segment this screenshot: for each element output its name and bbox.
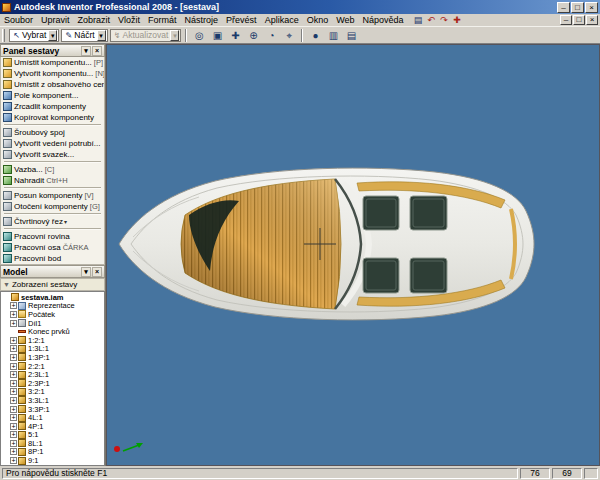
close-button[interactable]: × [585, 2, 598, 13]
select-dropdown[interactable]: ↖ Vybrat ▾ [9, 29, 59, 42]
panel-menu-icon[interactable]: ▾ [81, 46, 91, 56]
sketch-dropdown[interactable]: ✎ Náčrt ▾ [61, 29, 107, 42]
maximize-button[interactable]: □ [571, 2, 584, 13]
panel-item-work-axis[interactable]: Pracovní osaČÁRKA [1, 242, 104, 253]
expander-icon[interactable] [10, 414, 17, 421]
tree-item[interactable]: 5:1 [1, 431, 104, 440]
panel-item-work-plane[interactable]: Pracovní rovina [1, 231, 104, 242]
expander-icon[interactable] [10, 337, 17, 344]
menu-prevest[interactable]: Převést [222, 15, 261, 25]
3d-viewport[interactable] [106, 44, 600, 466]
chevron-down-icon[interactable]: ▾ [48, 30, 57, 41]
menu-upravit[interactable]: Upravit [37, 15, 74, 25]
panel-item-replace[interactable]: NahraditCtrl+H [1, 175, 104, 186]
expander-icon[interactable] [10, 457, 17, 464]
expander-icon[interactable] [10, 388, 17, 395]
expander-icon[interactable] [10, 371, 17, 378]
panel-item-mirror[interactable]: Zrcadlit komponenty [1, 101, 104, 112]
hatch[interactable] [410, 258, 447, 293]
expander-icon[interactable] [10, 345, 17, 352]
toolbar-grip[interactable] [2, 29, 5, 42]
shaded-display-button[interactable]: ● [307, 28, 323, 43]
chevron-down-icon[interactable]: ▾ [97, 30, 106, 41]
mdi-minimize-button[interactable]: – [560, 15, 572, 25]
chevron-down-icon[interactable]: ▾ [64, 218, 67, 225]
expander-icon[interactable] [10, 440, 17, 447]
camera-icon[interactable]: ▤ [412, 14, 425, 26]
hatch[interactable] [363, 258, 399, 293]
menu-web[interactable]: Web [332, 15, 358, 25]
tree-item-part[interactable]: Díl1 [1, 319, 104, 328]
tree-item[interactable]: 1:2:1 [1, 336, 104, 345]
undo-icon[interactable]: ↶ [425, 14, 438, 26]
menu-napoveda[interactable]: Nápověda [359, 15, 408, 25]
panel-item-quarter-section[interactable]: Čtvrtinový řez▾ [1, 216, 104, 227]
panel-item-constraint[interactable]: Vazba...[C] [1, 164, 104, 175]
expander-icon[interactable] [10, 448, 17, 455]
camera-view-button[interactable]: ▤ [343, 28, 359, 43]
minimize-button[interactable]: – [557, 2, 570, 13]
menu-zobrazit[interactable]: Zobrazit [74, 15, 115, 25]
tree-item[interactable]: 8L:1 [1, 439, 104, 448]
expander-icon[interactable] [10, 354, 17, 361]
panel-item-rotate-component[interactable]: Otočení komponenty[G] [1, 201, 104, 212]
tree-item[interactable]: 3:3P:1 [1, 405, 104, 414]
orbit-button[interactable]: ◔ [263, 28, 279, 43]
expander-icon[interactable] [10, 397, 17, 404]
filter-icon[interactable]: ▼ [3, 281, 10, 288]
wireframe-display-button[interactable]: ▥ [325, 28, 341, 43]
tree-item[interactable]: 2:3P:1 [1, 379, 104, 388]
model-panel-header[interactable]: Model ▾ × [0, 265, 105, 278]
expander-icon[interactable] [10, 363, 17, 370]
add-icon[interactable]: ✚ [451, 14, 464, 26]
tree-item-end-of-features[interactable]: Konec prvků [1, 327, 104, 336]
tree-item[interactable]: 9:1 [1, 456, 104, 465]
tree-item[interactable]: 4L:1 [1, 413, 104, 422]
panel-item-create-component[interactable]: Vytvořit komponentu...[N] [1, 68, 104, 79]
assembly-panel-header[interactable]: Panel sestavy ▾ × [0, 44, 105, 57]
mdi-restore-button[interactable]: □ [573, 15, 585, 25]
panel-close-icon[interactable]: × [92, 46, 102, 56]
panel-item-bolted-connection[interactable]: Šroubový spoj [1, 127, 104, 138]
panel-item-work-point[interactable]: Pracovní bod [1, 253, 104, 264]
tree-item[interactable]: 1:3L:1 [1, 345, 104, 354]
hatch[interactable] [410, 196, 447, 230]
look-at-button[interactable]: ⌖ [281, 28, 297, 43]
expander-icon[interactable] [10, 320, 17, 327]
panel-item-move-component[interactable]: Posun komponenty[V] [1, 190, 104, 201]
mdi-close-button[interactable]: × [586, 15, 598, 25]
expander-icon[interactable] [10, 380, 17, 387]
panel-item-create-harness[interactable]: Vytvořit svazek... [1, 149, 104, 160]
redo-icon[interactable]: ↷ [438, 14, 451, 26]
zoom-button[interactable]: ⊕ [245, 28, 261, 43]
tree-item[interactable]: 4P:1 [1, 422, 104, 431]
expander-icon[interactable] [10, 423, 17, 430]
assembly-view-selector[interactable]: Zobrazení sestavy [12, 280, 77, 289]
menu-format[interactable]: Formát [144, 15, 181, 25]
panel-item-copy[interactable]: Kopírovat komponenty [1, 112, 104, 123]
panel-close-icon[interactable]: × [92, 267, 102, 277]
tree-item[interactable]: 2:3L:1 [1, 370, 104, 379]
tree-item[interactable]: 8P:1 [1, 448, 104, 457]
panel-item-pattern[interactable]: Pole komponent... [1, 90, 104, 101]
tree-item-root[interactable]: sestava.iam [1, 293, 104, 302]
zoom-window-button[interactable]: ▣ [209, 28, 225, 43]
menu-okno[interactable]: Okno [303, 15, 333, 25]
panel-item-place-component[interactable]: Umístit komponentu...[P] [1, 57, 104, 68]
expander-icon[interactable] [10, 406, 17, 413]
tree-item[interactable]: 3:3L:1 [1, 396, 104, 405]
menu-vlozit[interactable]: Vložit [114, 15, 144, 25]
boat-model[interactable] [107, 45, 599, 465]
expander-icon[interactable] [10, 302, 17, 309]
expander-icon[interactable] [10, 431, 17, 438]
panel-item-content-center[interactable]: Umístit z obsahového centra... [1, 79, 104, 90]
expander-icon[interactable] [10, 311, 17, 318]
panel-item-create-pipe-run[interactable]: Vytvořit vedení potrubí... [1, 138, 104, 149]
hatch[interactable] [363, 196, 399, 230]
menu-aplikace[interactable]: Aplikace [261, 15, 303, 25]
tree-item[interactable]: 1:3P:1 [1, 353, 104, 362]
menu-nastroje[interactable]: Nástroje [181, 15, 223, 25]
tree-item[interactable]: 2:2:1 [1, 362, 104, 371]
zoom-all-button[interactable]: ◎ [191, 28, 207, 43]
pan-button[interactable]: ✚ [227, 28, 243, 43]
